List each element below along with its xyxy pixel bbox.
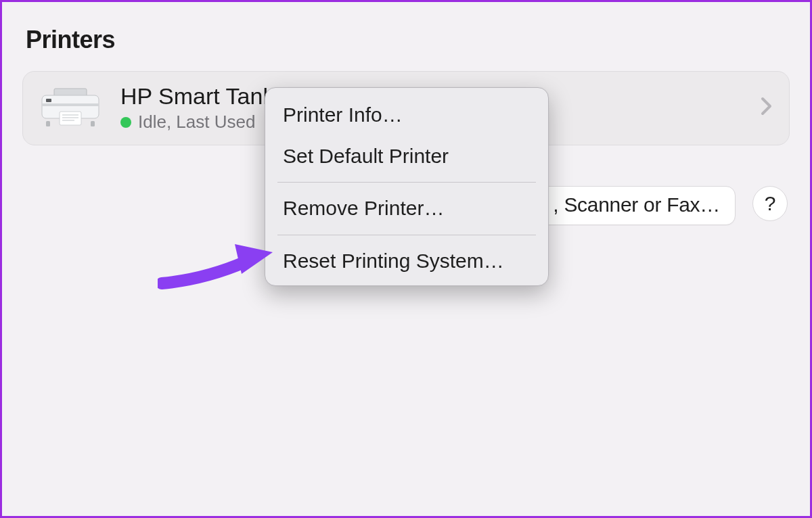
- menu-item-remove-printer[interactable]: Remove Printer…: [265, 188, 548, 229]
- menu-item-reset-printing-system[interactable]: Reset Printing System…: [265, 241, 548, 282]
- menu-separator: [277, 182, 536, 183]
- help-button[interactable]: ?: [752, 186, 788, 221]
- printer-status-text: Idle, Last Used: [138, 112, 255, 133]
- context-menu: Printer Info… Set Default Printer Remove…: [265, 87, 549, 286]
- annotation-arrow-icon: [158, 239, 273, 293]
- svg-rect-2: [42, 103, 99, 106]
- printer-icon: [39, 87, 102, 129]
- menu-item-set-default[interactable]: Set Default Printer: [265, 136, 548, 177]
- add-printer-button[interactable]: , Scanner or Fax…: [537, 186, 736, 225]
- chevron-right-icon: [761, 97, 773, 120]
- svg-rect-3: [46, 121, 50, 126]
- help-icon: ?: [765, 192, 776, 215]
- menu-separator: [277, 235, 536, 235]
- section-title: Printers: [26, 26, 790, 54]
- svg-rect-4: [91, 121, 95, 126]
- status-dot-icon: [120, 117, 131, 128]
- svg-rect-5: [46, 99, 51, 102]
- svg-rect-6: [60, 112, 81, 125]
- add-printer-label: , Scanner or Fax…: [553, 193, 720, 216]
- menu-item-printer-info[interactable]: Printer Info…: [265, 95, 548, 136]
